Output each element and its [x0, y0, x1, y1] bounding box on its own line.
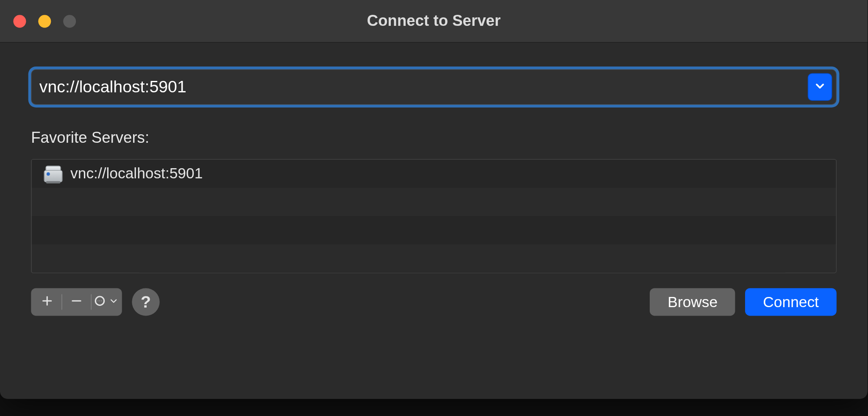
favorite-server-url: vnc://localhost:5901	[70, 165, 203, 183]
favorite-servers-list[interactable]: vnc://localhost:5901	[31, 159, 837, 273]
favorite-servers-label: Favorite Servers:	[31, 129, 837, 147]
titlebar: Connect to Server	[0, 0, 868, 43]
svg-point-1	[98, 301, 98, 301]
svg-point-3	[101, 301, 102, 301]
content-area: Favorite Servers: vnc://localhost:5901	[0, 43, 868, 399]
browse-button[interactable]: Browse	[650, 288, 735, 316]
chevron-down-icon	[814, 80, 825, 94]
favorites-edit-segment	[31, 288, 122, 316]
more-icon	[94, 295, 106, 309]
segment-divider	[91, 294, 92, 310]
help-button[interactable]: ?	[132, 288, 159, 316]
bottom-toolbar: ? Browse Connect	[31, 288, 837, 316]
more-actions-button[interactable]	[97, 293, 115, 311]
server-icon	[44, 165, 62, 182]
remove-favorite-button[interactable]	[67, 293, 86, 311]
add-favorite-button[interactable]	[38, 293, 56, 311]
minus-icon	[70, 295, 83, 309]
chevron-down-icon	[109, 297, 118, 308]
segment-divider	[61, 294, 62, 310]
list-row-empty	[32, 216, 836, 244]
list-row-empty	[32, 188, 836, 216]
connect-to-server-window: Connect to Server Favorite Servers: vnc:…	[0, 0, 868, 399]
plus-icon	[41, 295, 53, 309]
connect-button[interactable]: Connect	[746, 288, 837, 316]
list-row-empty	[32, 244, 836, 273]
server-address-history-button[interactable]	[808, 73, 832, 101]
favorite-server-item[interactable]: vnc://localhost:5901	[32, 160, 836, 188]
server-address-input[interactable]	[32, 70, 808, 104]
window-title: Connect to Server	[0, 12, 868, 30]
svg-point-2	[100, 301, 100, 301]
server-address-combo	[31, 69, 837, 105]
